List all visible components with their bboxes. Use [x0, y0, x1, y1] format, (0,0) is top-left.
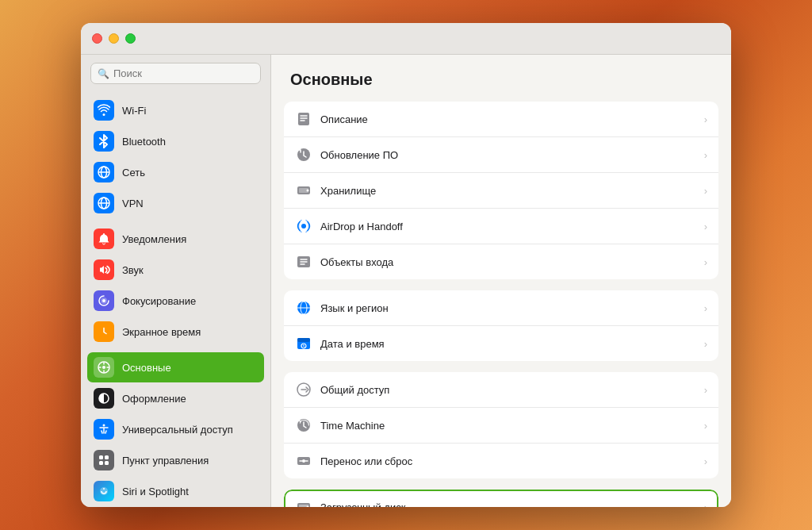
- transfer-icon: [295, 452, 312, 470]
- svg-point-8: [103, 424, 105, 427]
- sidebar-item-appearance[interactable]: Оформление: [87, 383, 264, 413]
- search-input[interactable]: [113, 67, 254, 79]
- general-icon: [94, 357, 114, 378]
- timemachine-label: Time Machine: [320, 420, 696, 432]
- transfer-label: Перенос или сброс: [320, 455, 696, 467]
- list-item-timemachine[interactable]: Time Machine ›: [284, 408, 718, 444]
- list-item-sharing[interactable]: Общий доступ ›: [284, 372, 718, 408]
- list-item-transfer[interactable]: Перенос или сброс ›: [284, 444, 718, 478]
- sidebar-item-label-vpn: VPN: [122, 198, 144, 209]
- vpn-icon: [94, 193, 114, 213]
- search-icon: 🔍: [98, 68, 109, 79]
- close-button[interactable]: [92, 33, 102, 44]
- sidebar-item-wifi[interactable]: Wi-Fi: [87, 95, 264, 125]
- list-item-login-items[interactable]: Объекты входа ›: [284, 244, 718, 279]
- siri-icon: [94, 481, 114, 501]
- airdrop-icon: [295, 217, 312, 235]
- svg-rect-9: [99, 455, 103, 459]
- svg-point-19: [307, 190, 309, 192]
- focus-icon: [94, 290, 114, 311]
- storage-icon: [295, 182, 312, 199]
- list-item-language[interactable]: Язык и регион ›: [284, 290, 718, 326]
- notifications-icon: [94, 229, 114, 249]
- language-chevron: ›: [704, 302, 707, 314]
- sidebar-item-label-screentime: Экранное время: [122, 326, 201, 338]
- sharing-icon: [295, 381, 312, 398]
- login-items-label: Объекты входа: [320, 256, 696, 268]
- maximize-button[interactable]: [125, 33, 136, 44]
- content-area: 🔍 Wi-Fi: [81, 55, 731, 507]
- titlebar: [81, 23, 731, 55]
- accessibility-icon: [94, 419, 114, 440]
- sidebar-item-focus[interactable]: Фокусирование: [87, 286, 264, 316]
- sidebar-item-label-network: Сеть: [122, 167, 145, 179]
- screentime-icon: [94, 321, 114, 342]
- sidebar-item-notifications[interactable]: Уведомления: [87, 224, 264, 254]
- svg-rect-12: [105, 461, 109, 465]
- sharing-label: Общий доступ: [320, 384, 696, 396]
- search-box[interactable]: 🔍: [90, 63, 261, 84]
- datetime-icon: [295, 335, 312, 352]
- section-4: Загрузочный диск ›: [284, 490, 718, 507]
- storage-chevron: ›: [704, 185, 707, 197]
- sidebar-item-accessibility[interactable]: Универсальный доступ: [87, 414, 264, 444]
- sidebar-item-sound[interactable]: Звук: [87, 255, 264, 285]
- controlcenter-icon: [94, 450, 114, 470]
- datetime-chevron: ›: [704, 338, 707, 350]
- wifi-icon: [94, 100, 114, 121]
- login-items-icon: [295, 253, 312, 271]
- sidebar-item-label-sound: Звук: [122, 264, 144, 276]
- section-3: Общий доступ › Time Machine ›: [284, 372, 718, 478]
- sidebar-item-vpn[interactable]: VPN: [87, 188, 264, 218]
- svg-rect-15: [298, 113, 309, 125]
- list-item-datetime[interactable]: Дата и время ›: [284, 326, 718, 361]
- sidebar-item-siri[interactable]: Siri и Spotlight: [87, 476, 264, 506]
- svg-rect-10: [105, 455, 109, 459]
- svg-rect-11: [99, 461, 103, 465]
- software-update-icon: [295, 146, 312, 163]
- login-items-chevron: ›: [704, 256, 707, 268]
- bluetooth-icon: [94, 131, 114, 152]
- list-item-storage[interactable]: Хранилище ›: [284, 173, 718, 209]
- page-title: Основные: [271, 71, 731, 102]
- startup-chevron: ›: [704, 501, 707, 508]
- description-icon: [295, 110, 312, 128]
- sidebar-item-network[interactable]: Сеть: [87, 157, 264, 187]
- startup-icon: [295, 498, 312, 507]
- list-item-airdrop[interactable]: AirDrop и Handoff ›: [284, 209, 718, 244]
- transfer-chevron: ›: [704, 455, 707, 467]
- sidebar-item-label-controlcenter: Пункт управления: [122, 455, 209, 467]
- sidebar-item-screentime[interactable]: Экранное время: [87, 317, 264, 347]
- language-label: Язык и регион: [320, 302, 696, 314]
- timemachine-chevron: ›: [704, 420, 707, 432]
- list-item-software-update[interactable]: Обновление ПО ›: [284, 137, 718, 173]
- sidebar-item-label-bluetooth: Bluetooth: [122, 136, 166, 148]
- section-2: Язык и регион › Дата и время ›: [284, 290, 718, 361]
- minimize-button[interactable]: [109, 33, 119, 44]
- network-icon: [94, 162, 114, 182]
- system-preferences-window: 🔍 Wi-Fi: [81, 23, 731, 507]
- sharing-chevron: ›: [704, 384, 707, 396]
- sidebar-item-controlcenter[interactable]: Пункт управления: [87, 445, 264, 475]
- sidebar-item-label-siri: Siri и Spotlight: [122, 486, 189, 497]
- description-label: Описание: [320, 113, 696, 125]
- sidebar-item-label-accessibility: Универсальный доступ: [122, 424, 233, 436]
- airdrop-chevron: ›: [704, 221, 707, 232]
- sidebar-list: Wi-Fi Bluetooth: [81, 92, 270, 507]
- sidebar-item-label-notifications: Уведомления: [122, 233, 186, 245]
- timemachine-icon: [295, 417, 312, 434]
- svg-rect-24: [297, 338, 310, 342]
- list-item-description[interactable]: Описание ›: [284, 102, 718, 137]
- sidebar-item-bluetooth[interactable]: Bluetooth: [87, 126, 264, 156]
- svg-point-6: [102, 366, 105, 369]
- description-chevron: ›: [704, 113, 707, 125]
- sidebar-item-label-general: Основные: [122, 362, 171, 374]
- list-item-startup[interactable]: Загрузочный диск ›: [284, 490, 718, 507]
- sidebar-item-label-focus: Фокусирование: [122, 295, 196, 307]
- sidebar-item-general[interactable]: Основные: [87, 352, 264, 382]
- software-update-label: Обновление ПО: [320, 149, 696, 161]
- main-content: Основные Описание ›: [271, 55, 731, 507]
- software-update-chevron: ›: [704, 149, 707, 161]
- storage-label: Хранилище: [320, 185, 696, 197]
- traffic-lights: [92, 33, 136, 44]
